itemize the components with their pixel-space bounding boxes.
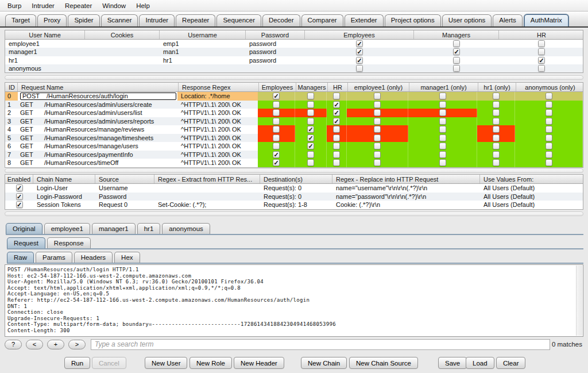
matrix-cell-fail[interactable] [327,134,347,143]
matrix-cell-pass[interactable] [477,159,515,167]
checkbox-checked[interactable]: ✓ [273,151,280,158]
matrix-cell-pass[interactable] [408,117,477,126]
checkbox-unchecked[interactable] [453,65,460,72]
matrix-cell-pass[interactable]: ✓ [295,134,327,143]
checkbox-unchecked[interactable] [356,65,363,72]
checkbox-checked[interactable]: ✓ [16,201,23,208]
matrix-cell-pass[interactable] [347,117,408,126]
user-row[interactable]: hr1hr1password✓✓ [5,56,583,64]
tab-sequencer[interactable]: Sequencer [216,14,261,26]
matrix-cell-pass[interactable] [347,142,408,151]
checkbox-unchecked[interactable] [439,109,446,116]
matrix-cell-fail[interactable] [295,109,327,117]
run-button[interactable]: Run [64,357,90,369]
matrix-cell-pass[interactable] [347,159,408,167]
menu-repeater[interactable]: Repeater [60,2,97,9]
tab-authmatrix[interactable]: AuthMatrix [524,14,569,26]
request-name-cell[interactable]: GET/HumanResources/admin/users/reports [18,117,177,126]
checkbox-unchecked[interactable] [493,159,500,166]
checkbox-checked[interactable]: ✓ [16,184,23,191]
search-prev-button[interactable]: < [26,340,43,349]
matrix-cell-pass[interactable]: ✓ [327,109,347,117]
checkbox-unchecked[interactable] [374,118,381,125]
horizontal-scrollbar[interactable] [5,75,583,80]
tab-intruder[interactable]: Intruder [139,14,175,26]
matrix-cell-pass[interactable] [327,151,347,159]
tab-anonymous[interactable]: anonymous [162,223,210,234]
checkbox-unchecked[interactable] [333,134,340,141]
request-name-cell[interactable]: POST/HumanResources/auth/login [18,92,177,101]
matrix-cell-pass[interactable] [477,117,515,126]
checkbox-unchecked[interactable] [374,143,381,149]
checkbox-checked[interactable]: ✓ [356,48,363,55]
checkbox-unchecked[interactable] [439,143,446,149]
tab-target[interactable]: Target [5,14,36,26]
tab-alerts[interactable]: Alerts [493,14,522,26]
search-help-button[interactable]: ? [5,340,22,349]
tab-extender[interactable]: Extender [345,14,384,26]
checkbox-unchecked[interactable] [333,159,340,166]
checkbox-unchecked[interactable] [546,143,552,149]
checkbox-unchecked[interactable] [273,109,280,116]
checkbox-unchecked[interactable] [493,134,500,141]
checkbox-checked[interactable]: ✓ [307,134,314,141]
checkbox-checked[interactable]: ✓ [356,57,363,64]
checkbox-unchecked[interactable] [374,93,381,99]
matrix-cell-sel[interactable] [515,92,583,101]
menu-burp[interactable]: Burp [2,2,26,9]
new-chain-source-button[interactable]: New Chain Source [349,357,418,369]
checkbox-unchecked[interactable] [273,101,280,108]
matrix-cell-pass[interactable] [515,109,583,117]
matrix-cell-pass[interactable] [477,151,515,159]
request-name-cell[interactable]: GET/HumanResources/admin/users/create [18,101,177,109]
matrix-cell-pass[interactable]: ✓ [295,142,327,151]
request-name-cell[interactable]: GET/HumanResources/timeOff [18,159,177,167]
checkbox-unchecked[interactable] [538,48,545,55]
matrix-cell-pass[interactable] [295,101,327,109]
matrix-cell-fail[interactable] [347,134,408,143]
tab-original[interactable]: Original [6,223,42,234]
tab-project-options[interactable]: Project options [385,14,441,26]
tab-raw[interactable]: Raw [7,252,34,263]
menu-help[interactable]: Help [131,2,155,9]
menu-intruder[interactable]: Intruder [26,2,60,9]
request-name-cell[interactable]: GET/HumanResources/admin/users/list [18,109,177,117]
matrix-cell-sel[interactable]: ✓ [258,92,295,101]
chain-row[interactable]: ✓Login-UserUsernameRequest(s): 0name="us… [5,184,583,193]
matrix-cell-pass[interactable] [408,101,477,109]
checkbox-unchecked[interactable] [439,159,446,166]
checkbox-checked[interactable]: ✓ [333,101,340,108]
new-user-button[interactable]: New User [145,357,187,369]
checkbox-unchecked[interactable] [333,126,340,133]
checkbox-unchecked[interactable] [493,93,500,99]
checkbox-unchecked[interactable] [546,126,552,133]
checkbox-unchecked[interactable] [493,109,500,116]
checkbox-unchecked[interactable] [439,101,446,108]
checkbox-unchecked[interactable] [546,109,552,116]
save-button[interactable]: Save [438,357,467,369]
checkbox-checked[interactable]: ✓ [453,48,460,55]
request-name-cell[interactable]: GET/HumanResources/manage/users [18,142,177,151]
search-add-button[interactable]: + [47,340,64,349]
matrix-cell-pass[interactable] [327,159,347,167]
checkbox-unchecked[interactable] [307,151,314,158]
checkbox-unchecked[interactable] [439,118,446,125]
matrix-cell-pass[interactable] [295,117,327,126]
request-row[interactable]: 0POST/HumanResources/auth/loginLocation:… [5,92,583,101]
request-name-cell[interactable]: GET/HumanResources/paymentInfo [18,151,177,159]
checkbox-unchecked[interactable] [439,151,446,158]
tab-manager1[interactable]: manager1 [92,223,136,234]
tab-repeater[interactable]: Repeater [176,14,215,26]
request-row[interactable]: 2GET/HumanResources/admin/users/list^HTT… [5,109,583,117]
matrix-cell-pass[interactable] [477,109,515,117]
matrix-cell-pass[interactable] [258,101,295,109]
matrix-cell-fail[interactable] [477,134,515,143]
checkbox-unchecked[interactable] [493,126,500,133]
checkbox-unchecked[interactable] [307,109,314,116]
checkbox-checked[interactable]: ✓ [333,109,340,116]
matrix-cell-fail[interactable] [477,125,515,134]
checkbox-checked[interactable]: ✓ [538,57,545,64]
checkbox-unchecked[interactable] [307,101,314,108]
matrix-cell-fail[interactable] [408,109,477,117]
checkbox-unchecked[interactable] [273,118,280,125]
